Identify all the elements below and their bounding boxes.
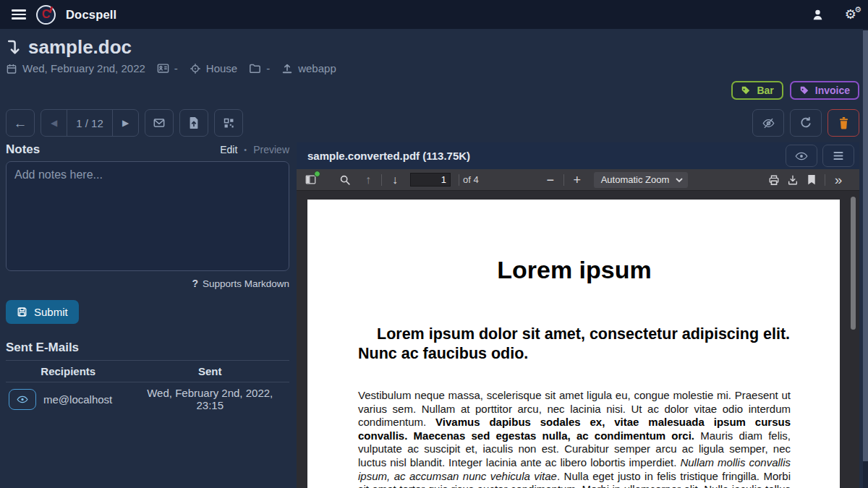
tag-label: Bar (757, 85, 773, 96)
sidebar-notification-dot (314, 171, 320, 177)
page-scrollbar[interactable] (863, 29, 868, 488)
pdf-zoom-in-button[interactable]: + (568, 171, 587, 189)
notes-header: Notes Edit • Preview (6, 142, 289, 157)
top-navbar: C Docspell ⚙⚙ (0, 0, 868, 29)
main-content: sample.doc Wed, February 2nd, 2022 - Hou… (0, 36, 868, 488)
chevron-down-icon (676, 178, 683, 183)
notes-heading: Notes (6, 142, 40, 157)
pdf-document-paragraph: Vestibulum neque massa, scelerisque sit … (358, 389, 791, 488)
pdf-page: Lorem ipsum Lorem ipsum dolor sit amet, … (307, 200, 840, 488)
pdf-next-page-button[interactable]: ↓ (386, 171, 404, 189)
toolbar-divider (825, 174, 825, 186)
toolbar-left-group: ← ◀ 1 / 12 ▶ (6, 109, 243, 137)
pdf-prev-page-button[interactable]: ↑ (359, 171, 378, 189)
bookmark-icon (807, 174, 816, 185)
download-icon (787, 174, 799, 186)
docspell-logo: C (36, 5, 56, 25)
pagination-label: 1 / 12 (67, 110, 112, 136)
attachment-header: sample.converted.pdf (113.75K) (297, 142, 859, 169)
eye-icon (17, 395, 28, 404)
crosshair-icon (190, 63, 201, 74)
item-detail-split: Notes Edit • Preview ?Supports Markdown … (6, 142, 859, 488)
menu-bars-icon (833, 151, 844, 160)
notes-preview-link[interactable]: Preview (253, 144, 289, 155)
item-meta-row: Wed, February 2nd, 2022 - House - webapp (6, 62, 859, 74)
pdf-scrollbar-thumb[interactable] (851, 197, 856, 330)
attachment-view-button[interactable] (786, 145, 817, 167)
upload-icon (281, 63, 293, 74)
folder-value: - (266, 62, 270, 74)
navbar-right: ⚙⚙ (811, 8, 856, 22)
notes-edit-link[interactable]: Edit (220, 144, 237, 155)
page-scrollbar-thumb[interactable] (863, 30, 868, 461)
toolbar-divider (563, 174, 564, 186)
menu-hamburger-icon[interactable] (12, 8, 26, 21)
page-title: sample.doc (28, 36, 132, 59)
mail-sent-date: Wed, February 2nd, 2022, 23:15 (130, 382, 289, 416)
pdf-bookmark-button[interactable] (802, 171, 821, 189)
prev-item-button[interactable]: ◀ (41, 110, 67, 136)
search-icon (339, 174, 351, 186)
toolbar-divider (459, 174, 459, 186)
logo-tick (49, 6, 54, 12)
submit-notes-button[interactable]: Submit (6, 300, 79, 324)
back-button[interactable]: ← (6, 109, 35, 137)
pdf-search-button[interactable] (336, 171, 354, 189)
folder-icon (249, 63, 261, 74)
pdf-page-input[interactable] (410, 173, 451, 187)
eye-slash-icon (762, 117, 775, 129)
hide-item-button[interactable] (752, 109, 784, 137)
file-upload-icon (188, 116, 200, 129)
mail-recipient: me@localhost (43, 393, 112, 406)
question-icon: ? (192, 278, 198, 289)
download-arrow-icon (6, 39, 21, 56)
pdf-viewport[interactable]: Lorem ipsum Lorem ipsum dolor sit amet, … (297, 191, 859, 488)
user-icon[interactable] (811, 8, 825, 22)
correspondent-value: - (174, 62, 178, 74)
notes-input[interactable] (6, 161, 289, 271)
save-icon (17, 307, 27, 317)
pdf-zoom-out-button[interactable]: − (541, 171, 560, 189)
tag-icon (741, 85, 751, 95)
attachment-panel: sample.converted.pdf (113.75K) (297, 142, 859, 488)
view-mail-button[interactable] (9, 389, 36, 410)
envelope-icon (153, 117, 166, 129)
pdf-zoom-select[interactable]: Automatic Zoom (594, 172, 689, 188)
calendar-icon (6, 63, 17, 74)
pdf-page-count: of 4 (463, 174, 479, 185)
send-mail-button[interactable] (145, 109, 174, 137)
eye-icon (795, 151, 808, 161)
delete-button[interactable] (827, 109, 859, 137)
tags-row: Bar Invoice (6, 81, 859, 100)
source-value: webapp (298, 62, 336, 74)
notes-mode-switch: Edit • Preview (220, 144, 289, 155)
item-toolbar: ← ◀ 1 / 12 ▶ (6, 109, 859, 137)
pdf-toolbar: ↑ ↓ of 4 − + Automatic Zoom (297, 169, 859, 191)
item-pagination: ◀ 1 / 12 ▶ (41, 109, 139, 137)
restore-button[interactable] (790, 109, 822, 137)
attachment-actions (786, 145, 854, 167)
pdf-sidebar-toggle-button[interactable] (301, 171, 320, 189)
item-date: Wed, February 2nd, 2022 (22, 62, 145, 74)
sent-emails-heading: Sent E-Mails (6, 341, 289, 355)
pdf-more-tools-button[interactable]: » (829, 171, 848, 189)
dot-separator: • (244, 145, 247, 154)
tag-invoice[interactable]: Invoice (790, 81, 859, 100)
table-row: me@localhost Wed, February 2nd, 2022, 23… (6, 382, 289, 416)
pdf-print-button[interactable] (765, 171, 783, 189)
gear-icon[interactable]: ⚙⚙ (845, 8, 856, 21)
printer-icon (768, 174, 780, 186)
tag-bar[interactable]: Bar (731, 81, 783, 100)
item-title-row: sample.doc (6, 36, 859, 59)
submit-label: Submit (34, 306, 68, 318)
sent-emails-table: Recipients Sent me@localhost (6, 360, 289, 416)
add-file-button[interactable] (179, 109, 208, 137)
pdf-download-button[interactable] (783, 171, 802, 189)
tag-icon (799, 85, 809, 95)
col-header-recipients: Recipients (6, 361, 130, 382)
pdf-document-title: Lorem ipsum (358, 256, 791, 284)
qr-code-button[interactable] (214, 109, 243, 137)
attachment-menu-button[interactable] (822, 145, 854, 167)
next-item-button[interactable]: ▶ (112, 110, 138, 136)
markdown-hint-link[interactable]: ?Supports Markdown (6, 278, 289, 289)
